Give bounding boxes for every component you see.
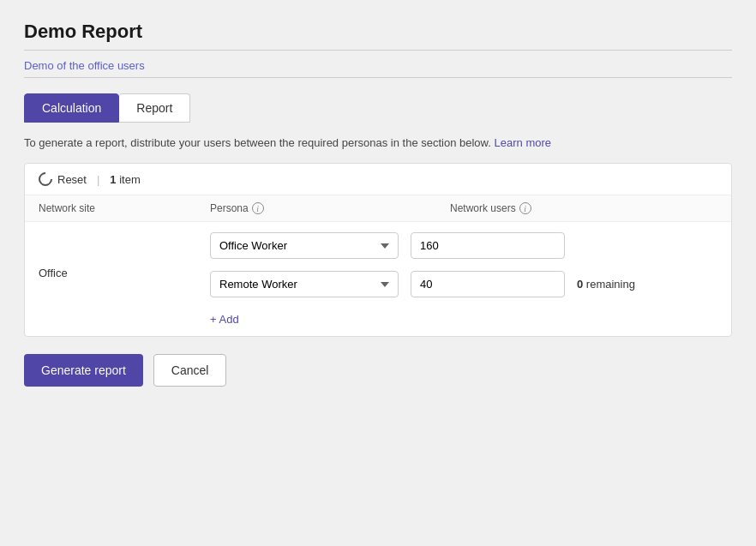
reset-icon bbox=[36, 170, 56, 189]
add-persona-link[interactable]: + Add bbox=[210, 313, 717, 326]
users-input-2[interactable] bbox=[411, 271, 565, 297]
persona-row-2: Office Worker Remote Worker Developer Ex… bbox=[210, 271, 717, 297]
col-network-users: Network users i bbox=[450, 202, 656, 214]
generate-report-button[interactable]: Generate report bbox=[24, 354, 143, 387]
page-subtitle: Demo of the office users bbox=[24, 59, 732, 72]
persona-rows: Office Worker Remote Worker Developer Ex… bbox=[210, 232, 717, 326]
site-label: Office bbox=[39, 232, 210, 279]
remaining-text: 0 remaining bbox=[577, 278, 635, 291]
footer-actions: Generate report Cancel bbox=[24, 354, 732, 387]
page-title: Demo Report bbox=[24, 21, 732, 43]
persona-info-icon[interactable]: i bbox=[252, 202, 264, 214]
reset-button[interactable]: Reset bbox=[39, 172, 87, 186]
tabs-container: Calculation Report bbox=[24, 93, 732, 123]
table-header: Network site Persona i Network users i bbox=[25, 195, 731, 222]
toolbar-divider: | bbox=[97, 173, 99, 186]
persona-select-2[interactable]: Office Worker Remote Worker Developer Ex… bbox=[210, 271, 399, 297]
subtitle-divider bbox=[24, 77, 732, 78]
instruction-text: To generate a report, distribute your us… bbox=[24, 136, 732, 149]
card-toolbar: Reset | 1 item bbox=[25, 164, 731, 195]
main-card: Reset | 1 item Network site Persona i Ne… bbox=[24, 163, 732, 337]
page-container: Demo Report Demo of the office users Cal… bbox=[0, 0, 756, 546]
tab-report[interactable]: Report bbox=[119, 93, 190, 123]
table-body: Office Office Worker Remote Worker Devel… bbox=[25, 222, 731, 336]
table-row: Office Office Worker Remote Worker Devel… bbox=[39, 232, 717, 326]
item-count: 1 item bbox=[110, 173, 140, 186]
col-network-site: Network site bbox=[39, 202, 210, 214]
users-input-1[interactable] bbox=[411, 232, 565, 259]
persona-row-1: Office Worker Remote Worker Developer Ex… bbox=[210, 232, 717, 259]
title-divider bbox=[24, 50, 732, 51]
cancel-button[interactable]: Cancel bbox=[153, 354, 227, 387]
tab-calculation[interactable]: Calculation bbox=[24, 93, 119, 123]
col-persona: Persona i bbox=[210, 202, 450, 214]
network-users-info-icon[interactable]: i bbox=[519, 202, 531, 214]
persona-select-1[interactable]: Office Worker Remote Worker Developer Ex… bbox=[210, 232, 399, 259]
learn-more-link[interactable]: Learn more bbox=[495, 136, 551, 149]
